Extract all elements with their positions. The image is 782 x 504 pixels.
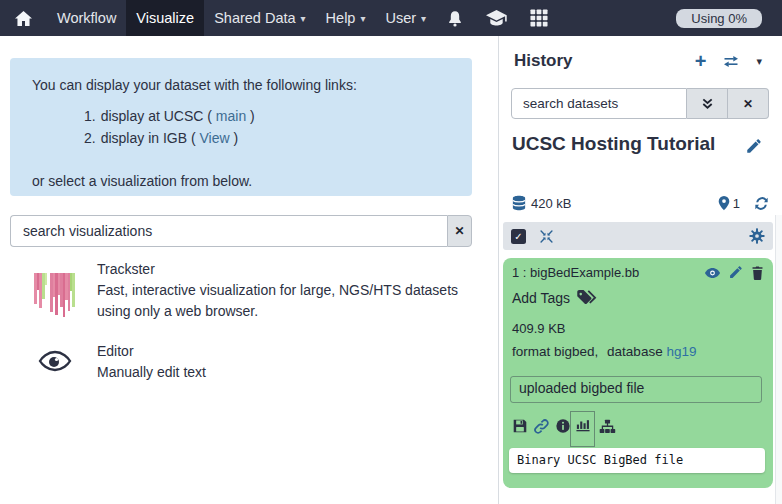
database-build-link[interactable]: hg19 bbox=[666, 344, 696, 359]
viz-title: Editor bbox=[97, 343, 479, 359]
dataset-info-icon[interactable] bbox=[556, 419, 570, 433]
history-scrollbar[interactable] bbox=[775, 215, 782, 504]
display-links-box: You can display your dataset with the fo… bbox=[10, 58, 472, 196]
new-history-button[interactable]: + bbox=[695, 53, 707, 69]
search-visualizations-input[interactable] bbox=[10, 215, 447, 247]
caret-down-icon: ▾ bbox=[301, 13, 306, 24]
switch-histories-icon bbox=[722, 54, 740, 69]
history-name[interactable]: UCSC Hosting Tutorial bbox=[512, 133, 715, 155]
caret-down-icon: ▾ bbox=[756, 55, 762, 68]
trackster-thumbnail bbox=[32, 273, 77, 318]
caret-down-icon: ▾ bbox=[421, 13, 426, 24]
history-panel: History + ▾ ✕ UCSC Hosting Tutorial bbox=[498, 36, 775, 504]
visualize-dataset-icon[interactable] bbox=[576, 418, 590, 432]
viz-description: Fast, interactive visualization for larg… bbox=[97, 280, 479, 322]
advanced-search-button[interactable] bbox=[687, 88, 728, 119]
display-link-ucsc: 1.display at UCSC ( main ) bbox=[84, 105, 450, 127]
tags-icon bbox=[570, 289, 598, 306]
dataset-title[interactable]: 1 : bigBedExample.bb bbox=[512, 265, 639, 280]
database-icon bbox=[512, 195, 526, 211]
check-icon: ✓ bbox=[514, 231, 522, 242]
bell-icon bbox=[447, 10, 463, 27]
nav-user[interactable]: User▾ bbox=[375, 0, 436, 36]
edit-history-name-icon[interactable] bbox=[746, 139, 761, 154]
plus-icon: + bbox=[695, 53, 707, 69]
shown-count: 1 bbox=[733, 196, 740, 211]
refresh-icon[interactable] bbox=[754, 196, 769, 211]
display-link-igb: 2.display in IGB ( View ) bbox=[84, 127, 450, 149]
viz-title: Trackster bbox=[97, 261, 479, 277]
history-panel-title: History bbox=[514, 51, 573, 71]
info-intro: You can display your dataset with the fo… bbox=[32, 77, 450, 93]
select-all-checkbox[interactable]: ✓ bbox=[511, 229, 526, 244]
grid-icon bbox=[530, 9, 548, 27]
dataset-format-line: format bigbed, database hg19 bbox=[512, 344, 696, 359]
clear-icon: ✕ bbox=[454, 224, 464, 238]
history-search: ✕ bbox=[511, 88, 769, 119]
edit-dataset-icon[interactable] bbox=[729, 266, 742, 279]
center-panel: You can display your dataset with the fo… bbox=[0, 36, 497, 504]
history-options-button[interactable]: ▾ bbox=[756, 55, 762, 68]
dataset-size: 409.9 KB bbox=[512, 321, 566, 336]
switch-history-button[interactable] bbox=[722, 54, 740, 69]
nav-help[interactable]: Help▾ bbox=[316, 0, 376, 36]
history-size-row: 420 kB 1 bbox=[512, 194, 769, 212]
dataset-card[interactable]: 1 : bigBedExample.bb Add Tags 409.9 KB bbox=[503, 258, 773, 488]
info-outro: or select a visualization from below. bbox=[32, 173, 450, 189]
caret-down-icon: ▾ bbox=[360, 13, 365, 24]
selection-toolbar: ✓ bbox=[503, 222, 773, 250]
clear-search-button[interactable]: ✕ bbox=[447, 215, 472, 247]
masthead: Workflow Visualize Shared Data▾ Help▾ Us… bbox=[0, 0, 782, 36]
tutorials-button[interactable] bbox=[474, 0, 519, 36]
delete-dataset-icon[interactable] bbox=[751, 266, 764, 280]
search-datasets-input[interactable] bbox=[511, 88, 687, 119]
graduation-cap-icon bbox=[485, 9, 508, 27]
home-button[interactable] bbox=[0, 0, 47, 36]
display-dataset-icon[interactable] bbox=[705, 268, 720, 278]
save-dataset-icon[interactable] bbox=[513, 419, 527, 433]
visualization-search: ✕ bbox=[10, 215, 472, 247]
angles-down-icon bbox=[701, 97, 714, 110]
clear-icon: ✕ bbox=[743, 97, 753, 111]
ucsc-main-link[interactable]: main bbox=[216, 108, 246, 124]
clear-filters-button[interactable]: ✕ bbox=[728, 88, 769, 119]
home-icon bbox=[14, 10, 33, 27]
history-size[interactable]: 420 kB bbox=[531, 196, 571, 211]
notifications-button[interactable] bbox=[436, 0, 474, 36]
galaxy-app: Workflow Visualize Shared Data▾ Help▾ Us… bbox=[0, 0, 782, 504]
map-marker-icon[interactable] bbox=[718, 195, 730, 211]
usage-badge[interactable]: Using 0% bbox=[676, 9, 762, 28]
nav-shared-data[interactable]: Shared Data▾ bbox=[204, 0, 315, 36]
nav-visualize[interactable]: Visualize bbox=[126, 0, 204, 36]
collapse-all-icon[interactable] bbox=[539, 229, 554, 244]
datatype-tooltip: Binary UCSC BigBed file bbox=[509, 448, 765, 473]
related-datasets-icon[interactable] bbox=[599, 419, 616, 434]
history-header: History + ▾ bbox=[514, 48, 762, 74]
eye-icon bbox=[38, 350, 72, 372]
apps-grid-button[interactable] bbox=[519, 0, 559, 36]
viz-description: Manually edit text bbox=[97, 362, 479, 383]
igb-view-link[interactable]: View bbox=[200, 130, 230, 146]
add-tags-button[interactable]: Add Tags bbox=[512, 289, 598, 306]
copy-link-icon[interactable] bbox=[534, 419, 549, 434]
gear-icon[interactable] bbox=[749, 228, 765, 244]
dataset-annotation[interactable]: uploaded bigbed file bbox=[510, 376, 762, 403]
nav-workflow[interactable]: Workflow bbox=[47, 0, 126, 36]
display-links-list: 1.display at UCSC ( main ) 2.display in … bbox=[84, 105, 450, 149]
